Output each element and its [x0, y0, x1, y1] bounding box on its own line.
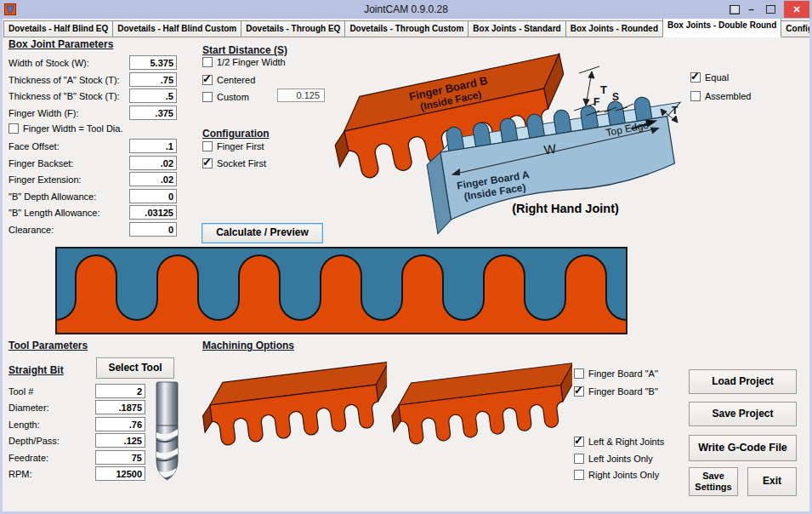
- checkbox-icon[interactable]: [202, 141, 213, 151]
- clearance-row: Clearance:: [9, 222, 177, 237]
- box-joint-parameters-heading: Box Joint Parameters: [9, 38, 113, 50]
- configuration-heading: Configuration: [202, 128, 270, 140]
- board-b-machining-preview: [390, 361, 572, 465]
- tool-parameters-heading: Tool Parameters: [9, 340, 88, 351]
- finger-backset-input[interactable]: [129, 156, 177, 170]
- left-joints-only-label: Left Joints Only: [588, 454, 653, 464]
- custom-label: Custom: [217, 92, 249, 102]
- equal-checkbox-row[interactable]: Equal: [690, 71, 729, 83]
- thickness-a-row: Thickness of "A" Stock (T):: [9, 72, 177, 87]
- tab-dovetails-half-blind-custom[interactable]: Dovetails - Half Blind Custom: [112, 20, 241, 37]
- dim-s-label: S: [612, 91, 619, 103]
- tab-dovetails-through-custom[interactable]: Dovetails - Through Custom: [344, 20, 468, 37]
- rpm-row: RPM:: [9, 466, 145, 481]
- clearance-input[interactable]: [129, 222, 177, 237]
- thickness-a-input[interactable]: [129, 72, 177, 87]
- machining-options-heading: Machining Options: [202, 340, 294, 351]
- custom-start-distance-input[interactable]: [277, 89, 325, 102]
- finger-width-tool-dia-checkbox-row[interactable]: Finger Width = Tool Dia.: [9, 123, 123, 134]
- right-hand-joint-label: (Right Hand Joint): [512, 202, 619, 215]
- depth-pass-input[interactable]: [95, 433, 145, 448]
- select-tool-button[interactable]: Select Tool: [96, 357, 174, 379]
- left-right-joints-label: Left & Right Joints: [588, 437, 664, 447]
- b-length-allowance-input[interactable]: [129, 205, 177, 220]
- checkbox-icon[interactable]: [574, 454, 584, 464]
- centered-checkbox-row[interactable]: Centered: [202, 74, 255, 86]
- depth-pass-label: Depth/Pass:: [9, 436, 60, 446]
- checkbox-icon[interactable]: [690, 72, 701, 83]
- checkbox-icon[interactable]: [202, 92, 213, 102]
- tab-box-joints-double-round[interactable]: Box Joints - Double Round: [662, 16, 781, 37]
- minimize-button[interactable]: –: [745, 5, 758, 14]
- tab-dovetails-half-blind-eq[interactable]: Dovetails - Half Blind EQ: [3, 20, 113, 37]
- finger-first-label: Finger First: [217, 141, 264, 151]
- write-gcode-button[interactable]: Write G-Code File: [689, 435, 797, 461]
- b-length-allowance-row: "B" Length Allowance:: [9, 205, 177, 220]
- maximize-button[interactable]: [766, 5, 775, 14]
- finger-board-a-checkbox-row[interactable]: Finger Board "A": [574, 368, 658, 380]
- thickness-b-input[interactable]: [129, 89, 177, 103]
- checkbox-icon[interactable]: [202, 57, 213, 67]
- load-project-button[interactable]: Load Project: [689, 369, 797, 394]
- checkbox-icon[interactable]: [690, 91, 701, 101]
- close-button[interactable]: ✕: [784, 1, 809, 18]
- socket-first-checkbox-row[interactable]: Socket First: [202, 157, 266, 169]
- checkbox-icon[interactable]: [574, 386, 584, 397]
- diameter-input[interactable]: [95, 400, 145, 414]
- start-distance-heading: Start Distance (S): [202, 44, 287, 56]
- joint-diagram: Finger Board B (Inside Face) T: [334, 37, 691, 247]
- calculate-preview-button[interactable]: Calculate / Preview: [202, 223, 323, 243]
- checkbox-icon[interactable]: [202, 75, 213, 85]
- half-finger-width-label: 1/2 Finger Width: [217, 57, 286, 67]
- face-offset-input[interactable]: [129, 139, 177, 153]
- exit-button[interactable]: Exit: [747, 467, 797, 496]
- socket-first-label: Socket First: [217, 158, 266, 168]
- custom-checkbox-row[interactable]: Custom: [202, 91, 249, 103]
- finger-board-b-checkbox-row[interactable]: Finger Board "B": [574, 386, 658, 397]
- length-input[interactable]: [95, 417, 145, 431]
- right-joints-only-checkbox-row[interactable]: Right Joints Only: [574, 469, 659, 481]
- finger-extension-input[interactable]: [129, 172, 177, 186]
- jointcam-window: JointCAM 0.9.0.28 – ✕ Dovetails - Half B…: [0, 0, 812, 514]
- b-depth-allowance-input[interactable]: [129, 189, 177, 203]
- tool-number-input[interactable]: [95, 384, 145, 398]
- finger-board-a-label: Finger Board "A": [588, 368, 658, 379]
- left-joints-only-checkbox-row[interactable]: Left Joints Only: [574, 453, 653, 465]
- tab-configuration[interactable]: Configuration: [781, 20, 812, 37]
- assembled-checkbox-row[interactable]: Assembled: [690, 90, 751, 102]
- width-of-stock-input[interactable]: [129, 55, 177, 70]
- clearance-label: Clearance:: [9, 225, 54, 235]
- half-finger-width-checkbox-row[interactable]: 1/2 Finger Width: [202, 56, 286, 68]
- equal-label: Equal: [705, 72, 729, 83]
- tab-box-joints-rounded[interactable]: Box Joints - Rounded: [565, 20, 663, 37]
- left-right-joints-checkbox-row[interactable]: Left & Right Joints: [574, 436, 664, 448]
- checkbox-icon[interactable]: [574, 368, 584, 379]
- checkbox-icon[interactable]: [574, 470, 584, 480]
- finger-width-input[interactable]: [129, 106, 177, 120]
- finger-width-row: Finger Width (F):: [9, 106, 177, 120]
- drill-bit-image: [150, 380, 185, 489]
- tool-number-label: Tool #: [9, 386, 33, 397]
- finger-backset-label: Finger Backset:: [9, 158, 73, 168]
- checkbox-icon[interactable]: [202, 158, 213, 168]
- checkbox-icon[interactable]: [9, 123, 19, 134]
- pin-window-icon[interactable]: [730, 5, 740, 14]
- checkbox-icon[interactable]: [574, 437, 584, 447]
- dim-f-label: F: [593, 96, 599, 108]
- rpm-input[interactable]: [95, 466, 145, 481]
- dim-t-label-a: T: [672, 105, 679, 117]
- b-length-allowance-label: "B" Length Allowance:: [9, 208, 100, 218]
- tab-dovetails-through-eq[interactable]: Dovetails - Through EQ: [241, 20, 345, 37]
- finger-first-checkbox-row[interactable]: Finger First: [202, 140, 264, 152]
- save-project-button[interactable]: Save Project: [689, 402, 797, 426]
- depth-pass-row: Depth/Pass:: [9, 433, 145, 448]
- straight-bit-heading: Straight Bit: [9, 364, 64, 376]
- right-joints-only-label: Right Joints Only: [588, 470, 659, 480]
- finger-width-tool-dia-label: Finger Width = Tool Dia.: [23, 123, 123, 134]
- feedrate-label: Feedrate:: [9, 453, 48, 463]
- save-settings-button[interactable]: Save Settings: [689, 467, 738, 496]
- joint-preview: [55, 247, 627, 334]
- feedrate-input[interactable]: [95, 450, 145, 465]
- tab-box-joints-standard[interactable]: Box Joints - Standard: [468, 20, 565, 37]
- dim-t-label-b: T: [600, 83, 607, 96]
